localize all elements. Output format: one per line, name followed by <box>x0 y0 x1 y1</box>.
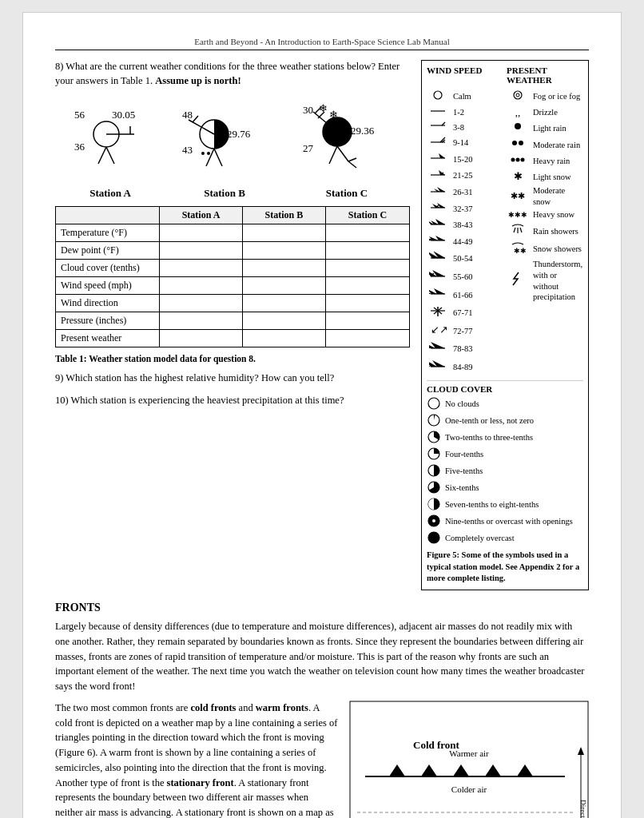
wind-67-71-symbol <box>427 305 449 322</box>
table-caption: Table 1: Weather station model data for … <box>55 354 410 363</box>
svg-text:30: 30 <box>303 104 313 116</box>
fronts-left-text: The two most common fronts are cold fron… <box>55 701 338 818</box>
svg-text:❄: ❄ <box>329 109 338 121</box>
svg-line-94 <box>520 228 522 232</box>
cell-a-temp[interactable] <box>160 224 243 242</box>
heavy-snow-symbol: ✱✱✱ <box>507 208 529 221</box>
wind-15-20-symbol <box>427 152 449 167</box>
cell-c-cloud[interactable] <box>325 260 409 277</box>
legend-item-light-snow: ✱ Light snow <box>507 170 583 184</box>
cell-b-pressure[interactable] <box>242 312 325 330</box>
wind-50-54-symbol <box>427 251 449 268</box>
light-snow-symbol: ✱ <box>507 170 529 184</box>
fronts-lower: The two most common fronts are cold fron… <box>55 701 589 818</box>
cell-c-temp[interactable] <box>325 224 409 242</box>
cloud-6-symbol <box>427 480 441 494</box>
svg-line-7 <box>106 147 114 164</box>
cell-c-dew[interactable] <box>325 242 409 260</box>
row-label-pressure: Pressure (inches) <box>56 312 160 330</box>
cell-b-weather[interactable] <box>242 330 325 347</box>
light-rain-symbol <box>507 121 529 136</box>
cell-a-winddir[interactable] <box>160 295 243 312</box>
svg-text:29.76: 29.76 <box>227 128 251 140</box>
station-c-svg: 30 27 29.36 ❄ ❄ <box>299 96 395 184</box>
station-b-label: Station B <box>181 187 268 200</box>
svg-text:30.05: 30.05 <box>112 109 135 121</box>
legend-item-38-43: 38-43 <box>427 218 503 233</box>
svg-line-13 <box>193 116 198 122</box>
wind-72-77-symbol: ↙↗ <box>427 323 449 340</box>
svg-line-27 <box>329 146 337 164</box>
legend-item-61-66: 61-66 <box>427 287 503 304</box>
svg-text:↙↗: ↙↗ <box>431 324 447 336</box>
cloud-2-symbol <box>427 430 441 444</box>
cloud-row-1: One-tenth or less, not zero <box>427 413 583 427</box>
svg-text:29.36: 29.36 <box>351 125 375 137</box>
cell-c-winddir[interactable] <box>325 295 409 312</box>
table-row: Present weather <box>56 330 410 347</box>
table-header-blank <box>56 207 160 224</box>
fog-symbol <box>507 89 529 105</box>
cloud-5-symbol <box>427 463 441 478</box>
mod-rain-symbol <box>507 137 529 153</box>
header-title: Earth and Beyond - An Introduction to Ea… <box>194 37 450 46</box>
svg-marker-67 <box>434 288 445 294</box>
svg-line-30 <box>348 158 356 161</box>
legend-item-26-31: 26-31 <box>427 185 503 201</box>
cell-c-weather[interactable] <box>325 330 409 347</box>
legend-item-84-89: 84-89 <box>427 359 503 376</box>
wind-61-66-symbol <box>427 287 449 304</box>
table-row: Dew point (°F) <box>56 242 410 260</box>
svg-text:56: 56 <box>74 109 85 121</box>
legend-item-1-2: 1-2 <box>427 106 503 120</box>
legend-item-fog: Fog or ice fog <box>507 89 583 105</box>
svg-line-29 <box>348 161 356 168</box>
cell-b-windspeed[interactable] <box>242 277 325 295</box>
legend-item-mod-rain: Moderate rain <box>507 137 583 153</box>
cloud-4-symbol <box>427 447 441 461</box>
legend-item-snow-shower: ✱✱ Snow showers <box>507 241 583 258</box>
cloud-10-symbol <box>427 530 441 545</box>
mod-snow-symbol: ✱✱ <box>507 190 529 203</box>
cell-a-pressure[interactable] <box>160 312 243 330</box>
page-header: Earth and Beyond - An Introduction to Ea… <box>55 37 589 50</box>
table-row: Pressure (inches) <box>56 312 410 330</box>
svg-point-91 <box>521 157 525 161</box>
cell-a-dew[interactable] <box>160 242 243 260</box>
cell-b-winddir[interactable] <box>242 295 325 312</box>
cloud-9-symbol <box>427 514 441 528</box>
station-c-diagram: 30 27 29.36 ❄ ❄ <box>299 96 395 200</box>
legend-item-78-83: 78-83 <box>427 341 503 358</box>
wind-38-43-symbol <box>427 218 449 233</box>
legend-item-heavy-rain: Heavy rain <box>507 154 583 169</box>
row-label-dew: Dew point (°F) <box>56 242 160 260</box>
legend-item-72-77: ↙↗ 72-77 <box>427 323 503 340</box>
fronts-svg: Direction of motion Warmer air Cold <box>349 701 589 818</box>
cell-b-cloud[interactable] <box>242 260 325 277</box>
wind-32-37-symbol <box>427 201 449 216</box>
wind-78-83-symbol <box>427 341 449 358</box>
svg-text:43: 43 <box>182 144 193 156</box>
wind-55-60-symbol <box>427 269 449 286</box>
cell-b-temp[interactable] <box>242 224 325 242</box>
cell-c-pressure[interactable] <box>325 312 409 330</box>
legend-item-50-54: 50-54 <box>427 251 503 268</box>
cloud-row-9: Nine-tenths or overcast with openings <box>427 514 583 528</box>
wind-84-89-symbol <box>427 359 449 376</box>
cell-a-weather[interactable] <box>160 330 243 347</box>
cell-a-cloud[interactable] <box>160 260 243 277</box>
rain-shower-symbol <box>507 223 529 240</box>
cell-c-windspeed[interactable] <box>325 277 409 295</box>
svg-text:Colder air: Colder air <box>451 784 487 794</box>
legend-item-light-rain: Light rain <box>507 121 583 136</box>
svg-point-105 <box>428 532 439 543</box>
legend-item-55-60: 55-60 <box>427 269 503 286</box>
cell-b-dew[interactable] <box>242 242 325 260</box>
thunderstorm-symbol <box>507 271 529 291</box>
svg-point-88 <box>519 141 523 145</box>
cell-a-windspeed[interactable] <box>160 277 243 295</box>
wind-3-8-symbol <box>427 121 449 134</box>
svg-point-15 <box>207 152 210 155</box>
page: Earth and Beyond - An Introduction to Ea… <box>22 12 622 818</box>
right-column: WIND SPEED PRESENT WEATHER <box>421 60 589 590</box>
